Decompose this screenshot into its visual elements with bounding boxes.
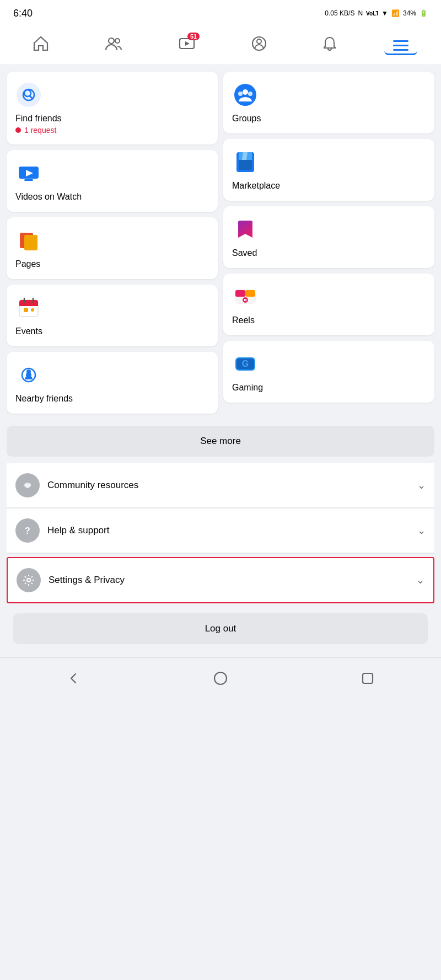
community-resources-label: Community resources bbox=[47, 480, 417, 491]
request-dot bbox=[15, 127, 21, 133]
svg-point-17 bbox=[31, 308, 34, 312]
svg-rect-31 bbox=[245, 290, 255, 297]
find-friends-sublabel: 1 request bbox=[15, 126, 209, 135]
nearby-friends-card[interactable]: Nearby friends bbox=[7, 352, 218, 414]
gaming-label: Gaming bbox=[232, 383, 426, 393]
nearby-label: Nearby friends bbox=[15, 394, 209, 404]
find-friends-card[interactable]: Find friends 1 request bbox=[7, 72, 218, 144]
battery-text: 34% bbox=[403, 9, 416, 17]
home-icon bbox=[33, 36, 49, 55]
gaming-card[interactable]: G Gaming bbox=[223, 341, 434, 403]
main-content: Find friends 1 request Videos on Watch bbox=[0, 65, 441, 657]
svg-point-51 bbox=[214, 672, 227, 684]
community-resources-item[interactable]: Community resources ⌄ bbox=[7, 463, 434, 508]
svg-point-6 bbox=[17, 83, 41, 107]
events-label: Events bbox=[15, 326, 209, 336]
settings-privacy-chevron: ⌄ bbox=[416, 574, 424, 586]
help-support-icon: ? bbox=[15, 518, 40, 543]
saved-card[interactable]: Saved bbox=[223, 206, 434, 268]
svg-point-1 bbox=[109, 38, 114, 44]
nearby-icon bbox=[15, 362, 42, 388]
videos-icon bbox=[15, 160, 42, 186]
community-resources-chevron: ⌄ bbox=[417, 479, 426, 491]
pages-card[interactable]: Pages bbox=[7, 217, 218, 279]
volte-icon: VoLTE bbox=[366, 9, 378, 18]
svg-rect-52 bbox=[363, 673, 373, 683]
android-recents-button[interactable] bbox=[347, 664, 389, 696]
groups-label: Groups bbox=[232, 114, 426, 124]
nfc-icon: N bbox=[358, 9, 363, 17]
nav-friends[interactable] bbox=[96, 31, 131, 60]
friends-icon bbox=[105, 36, 122, 55]
gaming-icon: G bbox=[232, 351, 259, 377]
battery-icon: 🔋 bbox=[420, 9, 428, 17]
profile-icon bbox=[251, 36, 267, 55]
saved-label: Saved bbox=[232, 248, 426, 258]
shortcut-grid: Find friends 1 request Videos on Watch bbox=[7, 72, 434, 414]
status-bar: 6:40 0.05 KB/S N VoLTE ▼ 📶 34% 🔋 bbox=[0, 0, 441, 26]
svg-point-25 bbox=[238, 92, 243, 96]
svg-point-2 bbox=[115, 39, 120, 43]
find-friends-label: Find friends bbox=[15, 114, 209, 124]
sections-list: Community resources ⌄ ? Help & support ⌄ bbox=[7, 463, 434, 603]
svg-point-50 bbox=[28, 579, 30, 581]
svg-point-24 bbox=[243, 89, 248, 95]
saved-icon bbox=[232, 216, 259, 243]
android-home-button[interactable] bbox=[200, 664, 241, 696]
community-resources-icon bbox=[15, 473, 40, 497]
status-time: 6:40 bbox=[13, 8, 33, 19]
signal-icon: 📶 bbox=[391, 9, 400, 17]
settings-privacy-item[interactable]: Settings & Privacy ⌄ bbox=[7, 557, 434, 603]
bottom-nav bbox=[0, 657, 441, 701]
help-support-label: Help & support bbox=[47, 525, 417, 536]
watch-badge: 51 bbox=[187, 33, 200, 40]
find-friends-icon bbox=[15, 82, 42, 108]
svg-point-22 bbox=[26, 369, 31, 374]
events-icon bbox=[15, 294, 42, 321]
nav-watch[interactable]: 51 bbox=[170, 31, 204, 60]
nav-bar: 51 bbox=[0, 26, 441, 65]
nav-profile[interactable] bbox=[243, 31, 276, 60]
nav-menu[interactable] bbox=[384, 36, 417, 55]
nav-notifications[interactable] bbox=[314, 31, 346, 60]
svg-point-26 bbox=[248, 92, 252, 96]
settings-icon bbox=[17, 568, 41, 592]
marketplace-label: Marketplace bbox=[232, 181, 426, 191]
settings-privacy-label: Settings & Privacy bbox=[49, 575, 416, 586]
svg-text:VoLTE: VoLTE bbox=[366, 10, 378, 17]
svg-rect-30 bbox=[235, 290, 245, 297]
pages-icon bbox=[15, 227, 42, 254]
help-support-chevron: ⌄ bbox=[417, 524, 426, 537]
svg-rect-28 bbox=[239, 160, 252, 170]
marketplace-icon bbox=[232, 149, 259, 175]
status-icons: 0.05 KB/S N VoLTE ▼ 📶 34% 🔋 bbox=[325, 9, 428, 18]
videos-label: Videos on Watch bbox=[15, 192, 209, 202]
svg-rect-16 bbox=[24, 308, 28, 312]
see-more-button[interactable]: See more bbox=[7, 426, 434, 457]
bell-icon bbox=[322, 36, 337, 55]
events-card[interactable]: Events bbox=[7, 285, 218, 346]
reels-card[interactable]: Reels bbox=[223, 274, 434, 335]
network-speed: 0.05 KB/S bbox=[325, 9, 354, 17]
help-support-item[interactable]: ? Help & support ⌄ bbox=[7, 508, 434, 553]
logout-button[interactable]: Log out bbox=[13, 613, 428, 644]
svg-point-5 bbox=[257, 39, 261, 44]
groups-card[interactable]: Groups bbox=[223, 72, 434, 133]
wifi-icon: ▼ bbox=[381, 9, 388, 17]
svg-rect-12 bbox=[24, 235, 37, 250]
nav-home[interactable] bbox=[24, 31, 58, 60]
hamburger-icon bbox=[393, 40, 408, 51]
groups-icon bbox=[232, 82, 259, 108]
svg-text:?: ? bbox=[25, 526, 30, 535]
videos-on-watch-card[interactable]: Videos on Watch bbox=[7, 150, 218, 212]
svg-text:G: G bbox=[242, 359, 249, 368]
request-count: 1 request bbox=[24, 126, 56, 135]
svg-rect-10 bbox=[24, 179, 33, 181]
pages-label: Pages bbox=[15, 259, 209, 269]
reels-label: Reels bbox=[232, 315, 426, 325]
reels-icon bbox=[232, 283, 259, 310]
android-back-button[interactable] bbox=[52, 664, 94, 696]
marketplace-card[interactable]: Marketplace bbox=[223, 139, 434, 201]
svg-rect-15 bbox=[19, 304, 38, 306]
